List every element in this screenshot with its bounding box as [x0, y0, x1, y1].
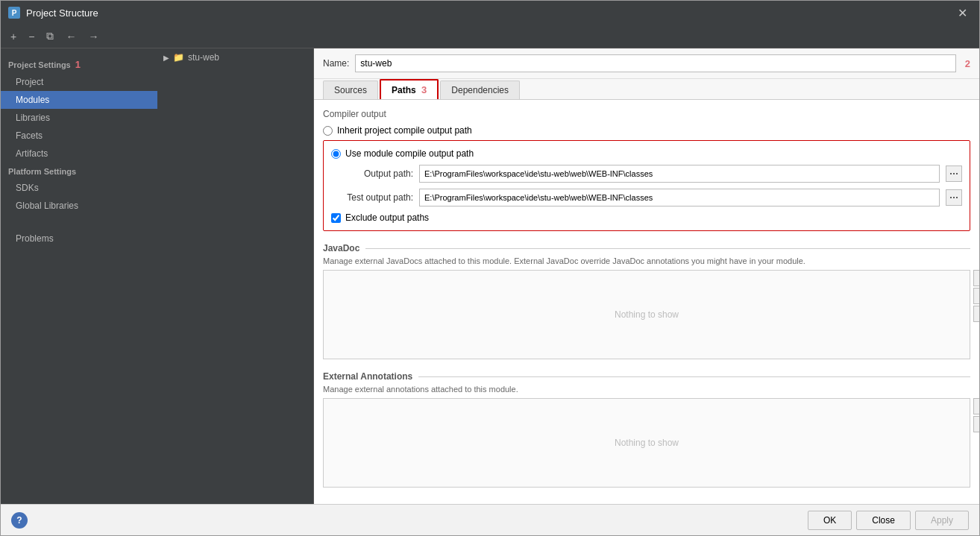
compiler-output-title: Compiler output — [323, 109, 970, 119]
problems-section: Problems — [1, 230, 157, 247]
sidebar-item-modules[interactable]: Modules — [1, 91, 157, 109]
toolbar: + − ⧉ ← → — [1, 25, 979, 48]
radio-group: Inherit project compile output path — [323, 125, 970, 136]
inherit-radio-option[interactable]: Inherit project compile output path — [323, 125, 970, 136]
folder-icon: 📁 — [173, 52, 184, 63]
inherit-radio[interactable] — [323, 126, 333, 136]
ext-annotations-empty-label: Nothing to show — [615, 438, 679, 448]
exclude-checkbox[interactable] — [331, 213, 341, 223]
sidebar-item-sdks[interactable]: SDKs — [1, 179, 157, 197]
test-output-path-row: Test output path: ⋯ — [331, 189, 962, 206]
sidebar-item-project[interactable]: Project — [1, 73, 157, 91]
tabs-row: Sources Paths 3 Dependencies — [314, 79, 979, 100]
tree-item-stu-web[interactable]: ▶ 📁 stu-web — [157, 48, 313, 66]
tree-item-label: stu-web — [188, 52, 219, 63]
output-path-label: Output path: — [331, 168, 413, 179]
ext-annotations-remove-button[interactable]: − — [973, 416, 979, 432]
help-button[interactable]: ? — [11, 512, 28, 529]
tab-paths[interactable]: Paths 3 — [380, 79, 439, 99]
forward-button[interactable]: → — [84, 28, 102, 45]
ok-button[interactable]: OK — [808, 511, 852, 530]
main-panel: Name: 2 Sources Paths 3 Dependencies Com… — [314, 48, 979, 504]
close-dialog-button[interactable]: Close — [856, 511, 911, 530]
sidebar-item-problems[interactable]: Problems — [1, 230, 157, 247]
title-bar: P Project Structure ✕ — [1, 1, 979, 25]
output-path-row: Output path: ⋯ — [331, 165, 962, 183]
platform-settings-section: Platform Settings — [1, 163, 157, 179]
module-tree-panel: ▶ 📁 stu-web — [157, 48, 314, 504]
external-annotations-header: External Annotations — [323, 371, 970, 382]
javadoc-section: JavaDoc Manage external JavaDocs attache… — [323, 243, 970, 359]
project-settings-section: Project Settings 1 — [1, 54, 157, 73]
remove-button[interactable]: − — [25, 28, 38, 45]
javadoc-desc: Manage external JavaDocs attached to thi… — [323, 256, 970, 265]
javadoc-header: JavaDoc — [323, 243, 970, 253]
javadoc-empty-label: Nothing to show — [615, 309, 679, 320]
sidebar: Project Settings 1 Project Modules Libra… — [1, 48, 157, 504]
use-module-label: Use module compile output path — [345, 148, 474, 159]
sidebar-item-facets[interactable]: Facets — [1, 127, 157, 145]
use-module-box: Use module compile output path Output pa… — [323, 140, 970, 231]
ext-annotations-list-wrapper: Nothing to show + − — [323, 398, 970, 488]
inherit-label: Inherit project compile output path — [337, 125, 472, 136]
use-module-radio[interactable] — [331, 149, 341, 159]
output-path-input[interactable] — [419, 165, 940, 183]
exclude-label: Exclude output paths — [345, 212, 429, 223]
javadoc-buttons: + + − — [973, 270, 979, 322]
external-annotations-section: External Annotations Manage external ann… — [323, 371, 970, 488]
tab-sources[interactable]: Sources — [323, 81, 378, 99]
javadoc-add-button[interactable]: + — [973, 270, 979, 286]
copy-button[interactable]: ⧉ — [43, 28, 57, 45]
name-label: Name: — [323, 58, 349, 69]
window-close-button[interactable]: ✕ — [953, 4, 972, 22]
sidebar-item-artifacts[interactable]: Artifacts — [1, 145, 157, 163]
app-icon: P — [8, 7, 20, 19]
back-button[interactable]: ← — [62, 28, 80, 45]
sidebar-item-libraries[interactable]: Libraries — [1, 109, 157, 127]
tab-num-3: 3 — [421, 84, 427, 95]
project-structure-dialog: P Project Structure ✕ + − ⧉ ← → Project … — [0, 0, 980, 536]
tree-expand-arrow: ▶ — [163, 54, 169, 62]
test-output-path-label: Test output path: — [331, 192, 413, 203]
ext-annotations-list: Nothing to show — [323, 398, 970, 488]
javadoc-remove-button[interactable]: − — [973, 306, 979, 322]
test-output-path-input[interactable] — [419, 189, 940, 206]
sidebar-item-global-libraries[interactable]: Global Libraries — [1, 197, 157, 215]
title-bar-left: P Project Structure — [8, 7, 98, 19]
name-num-2: 2 — [965, 58, 970, 69]
panel-content: Compiler output Inherit project compile … — [314, 100, 979, 504]
project-settings-label: Project Settings — [8, 60, 71, 69]
test-output-path-browse-button[interactable]: ⋯ — [946, 189, 962, 206]
apply-button[interactable]: Apply — [915, 511, 969, 530]
javadoc-add2-button[interactable]: + — [973, 288, 979, 304]
use-module-radio-option[interactable]: Use module compile output path — [331, 148, 962, 159]
footer-right: OK Close Apply — [808, 511, 969, 530]
output-path-browse-button[interactable]: ⋯ — [946, 165, 962, 182]
add-button[interactable]: + — [7, 28, 20, 45]
footer-left: ? — [11, 512, 28, 529]
javadoc-list-wrapper: Nothing to show + + − — [323, 270, 970, 359]
name-input[interactable] — [355, 54, 955, 72]
dialog-title: Project Structure — [26, 7, 98, 19]
section-num-1: 1 — [75, 59, 81, 70]
external-annotations-desc: Manage external annotations attached to … — [323, 385, 970, 394]
content-area: Project Settings 1 Project Modules Libra… — [1, 48, 979, 504]
javadoc-list: Nothing to show — [323, 270, 970, 359]
ext-annotations-add-button[interactable]: + — [973, 398, 979, 414]
ext-annotations-buttons: + − — [973, 398, 979, 432]
tab-dependencies[interactable]: Dependencies — [440, 81, 520, 99]
name-row: Name: 2 — [314, 48, 979, 79]
footer: ? OK Close Apply — [1, 504, 979, 535]
compiler-output-section: Compiler output Inherit project compile … — [323, 109, 970, 231]
exclude-checkbox-row: Exclude output paths — [331, 212, 962, 223]
